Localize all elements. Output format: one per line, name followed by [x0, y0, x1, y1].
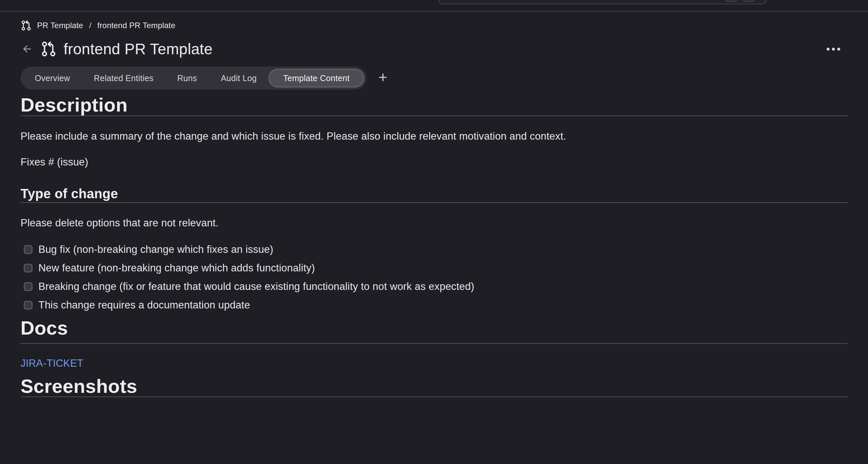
checkbox-bug-fix[interactable]	[24, 245, 32, 254]
tab-runs[interactable]: Runs	[165, 69, 209, 87]
fixes-line: Fixes # (issue)	[21, 155, 847, 170]
jira-ticket-link[interactable]: JIRA-TICKET	[21, 356, 84, 371]
list-item: New feature (non-breaking change which a…	[21, 260, 847, 276]
tab-bar: Overview Related Entities Runs Audit Log…	[21, 66, 847, 90]
tab-audit-log[interactable]: Audit Log	[209, 69, 269, 87]
section-divider	[21, 397, 847, 397]
list-item: This change requires a documentation upd…	[21, 298, 847, 313]
main-content: PR Template / frontend PR Template front…	[0, 18, 868, 397]
list-item: Breaking change (fix or feature that wou…	[21, 279, 847, 294]
ellipsis-icon	[827, 48, 830, 51]
tab-template-content[interactable]: Template Content	[269, 69, 364, 87]
section-heading-docs: Docs	[21, 317, 847, 339]
type-of-change-intro: Please delete options that are not relev…	[21, 215, 847, 231]
section-heading-screenshots: Screenshots	[21, 376, 847, 397]
more-actions-button[interactable]	[824, 44, 843, 55]
section-docs: Docs JIRA-TICKET	[21, 317, 847, 371]
keyboard-shortcut-badge	[743, 0, 755, 2]
page-title: frontend PR Template	[64, 40, 213, 58]
checkbox-new-feature[interactable]	[24, 264, 32, 272]
section-heading-description: Description	[21, 94, 847, 116]
back-button[interactable]	[21, 42, 34, 56]
checkbox-docs-update[interactable]	[24, 301, 32, 309]
breadcrumb-separator: /	[88, 21, 92, 30]
breadcrumb: PR Template / frontend PR Template	[21, 18, 847, 33]
git-pull-request-icon	[21, 19, 32, 32]
section-divider	[21, 202, 847, 203]
ellipsis-icon	[832, 48, 835, 51]
global-search-input[interactable]	[438, 0, 767, 4]
checkbox-label: New feature (non-breaking change which a…	[38, 262, 315, 274]
description-paragraph: Please include a summary of the change a…	[21, 129, 847, 144]
checkbox-label: Bug fix (non-breaking change which fixes…	[38, 244, 274, 255]
ellipsis-icon	[837, 48, 840, 51]
tab-list: Overview Related Entities Runs Audit Log…	[21, 66, 367, 90]
top-bar	[0, 0, 868, 11]
section-description: Description Please include a summary of …	[21, 94, 847, 170]
tab-overview[interactable]: Overview	[23, 69, 82, 87]
arrow-left-icon	[22, 43, 33, 55]
section-screenshots: Screenshots	[21, 376, 847, 398]
add-tab-button[interactable]: +	[376, 69, 389, 87]
section-divider	[21, 343, 847, 344]
list-item: Bug fix (non-breaking change which fixes…	[21, 242, 847, 257]
tab-related-entities[interactable]: Related Entities	[82, 69, 165, 87]
section-divider	[21, 116, 847, 116]
breadcrumb-item-pr-template[interactable]: PR Template	[37, 21, 83, 30]
section-type-of-change: Type of change Please delete options tha…	[21, 185, 847, 313]
breadcrumb-item-frontend-pr-template[interactable]: frontend PR Template	[97, 21, 176, 30]
checkbox-breaking-change[interactable]	[24, 282, 32, 291]
page-header: frontend PR Template	[21, 39, 847, 59]
git-pull-request-icon	[40, 40, 57, 58]
checkbox-label: Breaking change (fix or feature that wou…	[38, 281, 474, 292]
change-type-checklist: Bug fix (non-breaking change which fixes…	[21, 242, 847, 313]
checkbox-label: This change requires a documentation upd…	[38, 299, 250, 311]
keyboard-shortcut-badge	[725, 0, 737, 2]
section-heading-type-of-change: Type of change	[21, 185, 847, 202]
